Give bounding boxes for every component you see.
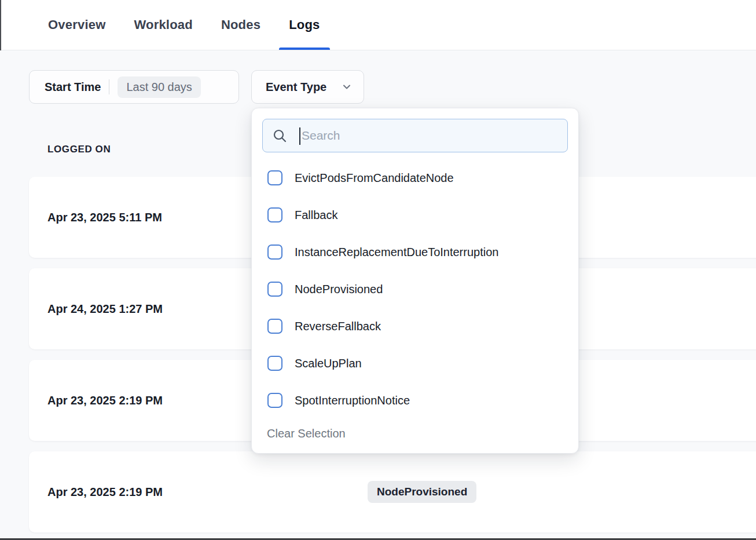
logged-on-value: Apr 24, 2025 1:27 PM — [29, 302, 163, 316]
clear-selection-button[interactable]: Clear Selection — [262, 427, 346, 440]
start-time-label: Start Time — [45, 81, 101, 94]
checkbox[interactable] — [267, 393, 282, 408]
logs-content: Start Time Last 90 days Event Type LOGGE… — [0, 50, 756, 538]
chevron-down-icon — [342, 82, 352, 92]
option-label: InstanceReplacementDueToInterruption — [295, 246, 498, 259]
logged-on-value: Apr 23, 2025 5:11 PM — [29, 211, 162, 224]
event-type-badge: NodeProvisioned — [368, 481, 476, 503]
tab-nodes[interactable]: Nodes — [221, 0, 260, 50]
option-instancereplacementduetointerruption[interactable]: InstanceReplacementDueToInterruption — [262, 233, 568, 271]
option-nodeprovisioned[interactable]: NodeProvisioned — [262, 271, 568, 308]
start-time-value-chip[interactable]: Last 90 days — [118, 76, 200, 98]
tab-logs[interactable]: Logs — [289, 0, 320, 50]
column-header-logged-on: LOGGED ON — [47, 144, 111, 155]
option-evictpodsfromcandidatenode[interactable]: EvictPodsFromCandidateNode — [262, 159, 568, 196]
start-time-filter[interactable]: Start Time Last 90 days — [29, 70, 239, 104]
logged-on-value: Apr 23, 2025 2:19 PM — [29, 486, 163, 499]
checkbox[interactable] — [267, 170, 282, 185]
event-type-label: Event Type — [266, 81, 326, 94]
window-left-edge — [0, 0, 1, 50]
option-fallback[interactable]: Fallback — [262, 196, 568, 233]
checkbox[interactable] — [267, 207, 282, 222]
option-label: SpotInterruptionNotice — [295, 394, 410, 407]
option-label: EvictPodsFromCandidateNode — [295, 172, 454, 185]
option-label: NodeProvisioned — [295, 283, 383, 296]
checkbox[interactable] — [267, 282, 282, 297]
option-label: ReverseFallback — [295, 320, 381, 333]
option-label: Fallback — [295, 209, 337, 222]
option-scaleupplan[interactable]: ScaleUpPlan — [262, 345, 568, 382]
tab-overview[interactable]: Overview — [48, 0, 105, 50]
tab-bar: Overview Workload Nodes Logs — [0, 0, 756, 50]
log-row[interactable]: Apr 23, 2025 2:19 PM NodeProvisioned — [29, 451, 756, 532]
checkbox[interactable] — [267, 356, 282, 371]
start-time-separator — [109, 79, 109, 94]
dropdown-search — [262, 119, 568, 152]
tab-workload[interactable]: Workload — [134, 0, 192, 50]
option-label: ScaleUpPlan — [295, 357, 362, 370]
checkbox[interactable] — [267, 245, 282, 260]
search-input[interactable] — [263, 119, 567, 152]
app-window: Overview Workload Nodes Logs Start Time … — [0, 0, 756, 540]
option-reversefallback[interactable]: ReverseFallback — [262, 308, 568, 345]
event-type-options: EvictPodsFromCandidateNode Fallback Inst… — [262, 159, 568, 419]
event-type-dropdown: EvictPodsFromCandidateNode Fallback Inst… — [251, 108, 579, 454]
checkbox[interactable] — [267, 319, 282, 334]
logged-on-value: Apr 23, 2025 2:19 PM — [29, 394, 163, 407]
tabs: Overview Workload Nodes Logs — [0, 0, 756, 50]
option-spotinterruptionnotice[interactable]: SpotInterruptionNotice — [262, 382, 568, 419]
event-type-filter[interactable]: Event Type — [251, 70, 364, 104]
